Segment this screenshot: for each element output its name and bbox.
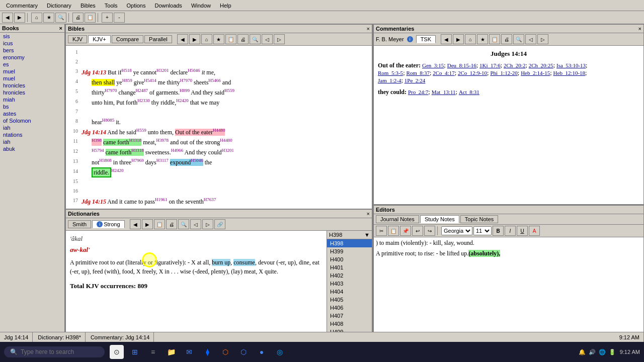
- sidebar-item-3[interactable]: eronomy: [0, 54, 64, 61]
- sidebar-item-5[interactable]: muel: [0, 68, 64, 75]
- ref-1pe[interactable]: 1Pe_2:24: [405, 77, 426, 83]
- taskbar-app3-icon[interactable]: ◎: [273, 345, 287, 359]
- ed-underline[interactable]: U: [517, 226, 528, 236]
- ed-bold[interactable]: B: [493, 226, 504, 236]
- comm-tb-left[interactable]: ◁: [525, 34, 536, 44]
- font-selector[interactable]: Georgia: [441, 226, 472, 235]
- dict-list-item-h399[interactable]: H399: [327, 247, 372, 255]
- tb-bookmark[interactable]: ★: [43, 13, 54, 23]
- taskbar-widget-icon[interactable]: ⊞: [128, 345, 142, 359]
- dict-list-item-h403[interactable]: H403: [327, 280, 372, 288]
- tab-strong[interactable]: i Strong: [92, 220, 124, 228]
- tab-topic-notes[interactable]: Topic Notes: [460, 215, 498, 223]
- sidebar-item-8[interactable]: hronicles: [0, 89, 64, 96]
- ed-color[interactable]: A: [529, 226, 540, 236]
- comm-tb-right[interactable]: ▷: [537, 34, 548, 44]
- bibles-tb-copy[interactable]: 📋: [225, 34, 236, 44]
- tab-compare[interactable]: Compare: [112, 35, 143, 43]
- dict-panel-close[interactable]: ×: [367, 211, 370, 217]
- dict-list-item-h406[interactable]: H406: [327, 304, 372, 312]
- verse-ref-jdg1415[interactable]: Jdg 14:15: [82, 198, 106, 205]
- taskbar-mail-icon[interactable]: ✉: [182, 345, 196, 359]
- taskbar-chrome-icon[interactable]: ●: [255, 345, 269, 359]
- comm-tb-bookmark[interactable]: ★: [477, 34, 488, 44]
- tab-study-notes[interactable]: Study Notes: [420, 215, 459, 223]
- taskbar-bar-icon[interactable]: ≡: [146, 345, 160, 359]
- dict-tb-left[interactable]: ◁: [190, 219, 201, 229]
- bibles-tb-zoom[interactable]: 🔍: [250, 34, 261, 44]
- menu-commentary[interactable]: Commentary: [2, 2, 42, 10]
- commentary-content[interactable]: Judges 14:14 Out of the eater: Gen_3:15;…: [374, 46, 643, 204]
- ref-isa[interactable]: Isa_53:10-13: [556, 62, 586, 68]
- ref-2co129[interactable]: 2Co_12:9-10: [458, 70, 487, 76]
- tab-tsk[interactable]: TSK: [416, 35, 436, 43]
- comm-tb-copy[interactable]: 📋: [489, 34, 500, 44]
- sidebar-item-1[interactable]: icus: [0, 40, 64, 47]
- tb-copy[interactable]: 📋: [85, 13, 96, 23]
- bibles-panel-close[interactable]: ×: [367, 26, 370, 32]
- verse-ref-jdg1413[interactable]: Jdg 14:13: [82, 69, 106, 76]
- bibles-tb-home[interactable]: ⌂: [201, 34, 212, 44]
- sidebar-item-2[interactable]: bers: [0, 47, 64, 54]
- menu-window[interactable]: Window: [187, 2, 215, 10]
- sidebar-item-6[interactable]: muel: [0, 75, 64, 82]
- tab-kjvplus[interactable]: KJV+: [88, 35, 111, 43]
- taskbar-app2-icon[interactable]: ⬡: [236, 345, 251, 359]
- menu-bibles[interactable]: Bibles: [76, 2, 100, 10]
- dict-list-item-h398[interactable]: H398: [327, 239, 372, 247]
- bibles-content[interactable]: 1 2 3 Jdg 14:13 But ifH518 ye cannotH320…: [66, 46, 372, 209]
- ref-2ch2025[interactable]: 2Ch_20:25: [529, 62, 553, 68]
- taskbar-folder-icon[interactable]: 📁: [164, 345, 178, 359]
- tb-print[interactable]: 🖨: [72, 13, 84, 23]
- ref-1ki[interactable]: 1Ki_17:6: [479, 62, 501, 68]
- dict-list-item-h400[interactable]: H400: [327, 255, 372, 263]
- commentary-close[interactable]: ×: [638, 26, 641, 32]
- ref-jam[interactable]: Jam_1:2-4: [378, 77, 401, 83]
- bibles-tb-bookmark[interactable]: ★: [213, 34, 224, 44]
- ed-tb-undo[interactable]: ↩: [412, 226, 423, 236]
- ref-rom837[interactable]: Rom_8:37: [406, 70, 429, 76]
- sidebar-item-7[interactable]: hronicles: [0, 82, 64, 89]
- dict-list-item-h407[interactable]: H407: [327, 312, 372, 320]
- bibles-tb-back[interactable]: ◀: [177, 34, 188, 44]
- ed-italic[interactable]: I: [505, 226, 516, 236]
- ed-tb-paste[interactable]: 📌: [400, 226, 411, 236]
- tb-forward[interactable]: ▶: [14, 13, 25, 23]
- bibles-tb-right[interactable]: ▷: [274, 34, 285, 44]
- menu-downloads[interactable]: Downloads: [150, 2, 186, 10]
- tab-smith[interactable]: Smith: [68, 220, 91, 228]
- sidebar-item-9[interactable]: miah: [0, 96, 64, 103]
- dict-tb-back[interactable]: ◀: [130, 219, 141, 229]
- dict-list-item-h404[interactable]: H404: [327, 288, 372, 296]
- sidebar-item-13[interactable]: iah: [0, 124, 64, 131]
- bibles-tb-left[interactable]: ◁: [262, 34, 273, 44]
- menu-options[interactable]: Options: [123, 2, 150, 10]
- ref-mat[interactable]: Mat_13:11: [432, 89, 456, 95]
- ref-heb1210[interactable]: Heb_12:10-18: [553, 70, 586, 76]
- comm-tb-zoom[interactable]: 🔍: [513, 34, 524, 44]
- taskbar-search-icon[interactable]: ⊙: [110, 345, 124, 359]
- ref-act[interactable]: Act_8:31: [459, 89, 479, 95]
- comm-tb-back[interactable]: ◀: [441, 34, 452, 44]
- menu-tools[interactable]: Tools: [101, 2, 122, 10]
- ed-tb-copy[interactable]: 📋: [388, 226, 399, 236]
- editor-content[interactable]: ) to maim (violently): - kill, slay, wou…: [374, 237, 643, 341]
- sidebar-item-14[interactable]: ntations: [0, 131, 64, 138]
- ref-rom53[interactable]: Rom_5:3-5: [378, 70, 403, 76]
- tab-journal-notes[interactable]: Journal Notes: [376, 215, 419, 223]
- font-size-selector[interactable]: 11: [473, 226, 492, 235]
- menu-help[interactable]: Help: [216, 2, 235, 10]
- taskbar-app1-icon[interactable]: ⬡: [218, 345, 232, 359]
- dict-tb-link[interactable]: 🔗: [214, 219, 225, 229]
- dict-tb-forward[interactable]: ▶: [142, 219, 153, 229]
- ref-phi[interactable]: Phi_1:12-20: [490, 70, 517, 76]
- dict-list-item-h402[interactable]: H402: [327, 272, 372, 280]
- bibles-tb-forward[interactable]: ▶: [189, 34, 200, 44]
- dict-list-item-h405[interactable]: H405: [327, 296, 372, 304]
- sidebar-scroll[interactable]: sis icus bers eronomy es muel muel hroni…: [0, 33, 64, 342]
- ed-tb-cut[interactable]: ✂: [376, 226, 387, 236]
- sidebar-item-0[interactable]: sis: [0, 33, 64, 40]
- ref-heb214[interactable]: Heb_2:14-15: [521, 70, 550, 76]
- sidebar-item-4[interactable]: es: [0, 61, 64, 68]
- ref-pro[interactable]: Pro_24:7: [408, 89, 428, 95]
